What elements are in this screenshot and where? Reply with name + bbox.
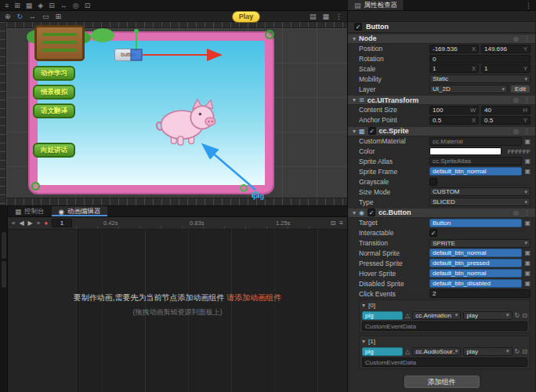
tab-console[interactable]: ▦ 控制台 <box>8 206 52 216</box>
transform-gizmo[interactable] <box>6 28 348 198</box>
layout-icon[interactable]: ⊞ <box>14 0 20 11</box>
collapse-icon[interactable]: ⊟ <box>49 0 55 11</box>
sprite-atlas-field[interactable]: cc.SpriteAtlas <box>429 157 522 165</box>
collapse-icon[interactable]: ▾ <box>362 338 365 345</box>
play-button[interactable]: Play <box>232 11 260 23</box>
first-frame-icon[interactable]: « <box>12 220 15 227</box>
select-tool-icon[interactable]: ⊕ <box>5 13 11 20</box>
refresh-icon[interactable]: ↻ <box>515 312 520 319</box>
collapse-icon[interactable]: ▾ <box>353 96 356 103</box>
move-tool-icon[interactable]: ↔ <box>60 0 67 11</box>
more-options-icon[interactable]: ⋮ <box>521 0 536 10</box>
view-mode-icon[interactable]: ▤ <box>310 13 317 20</box>
scene-menu-icon[interactable]: ⋮ <box>335 13 342 20</box>
mobility-select[interactable]: Static▾ <box>429 74 531 83</box>
sprite-enabled-checkbox[interactable]: ✓ <box>368 127 376 135</box>
timeline-area[interactable]: 要制作动画,需要先为当前节点添加动画组件 请添加动画组件 (拖拽动画剪辑资源到面… <box>8 230 347 392</box>
pressed-sprite-field[interactable]: default_btn_pressed <box>429 259 522 267</box>
asset-picker-icon[interactable]: ▣ <box>524 168 531 175</box>
event-target-node-field[interactable]: pig <box>362 311 403 320</box>
asset-picker-icon[interactable]: ▣ <box>524 138 531 145</box>
button-enabled-checkbox[interactable]: ✓ <box>368 209 375 216</box>
event-component-select[interactable]: cc.Animation▾ <box>412 311 461 320</box>
refresh-icon[interactable]: ↻ <box>515 348 520 355</box>
grid-toggle-icon[interactable]: ▦ <box>322 13 329 20</box>
sprite-frame-field[interactable]: default_btn_normal <box>429 167 522 176</box>
collapsed-panel-tab[interactable] <box>2 232 6 259</box>
disabled-sprite-field[interactable]: default_btn_disabled <box>429 279 522 288</box>
event-options-icon[interactable]: ⊡ <box>522 312 527 319</box>
asset-picker-icon[interactable]: ▣ <box>524 280 531 287</box>
add-component-button[interactable]: 添加组件 <box>404 376 480 388</box>
play-animation-icon[interactable]: ▶ <box>28 220 33 227</box>
type-select[interactable]: SLICED▾ <box>429 198 531 206</box>
event-handler-select[interactable]: play▾ <box>463 311 512 320</box>
layer-edit-button[interactable]: Edit <box>510 85 531 93</box>
current-frame-input[interactable]: 1 <box>52 219 72 227</box>
gizmo-icon[interactable]: ◈ <box>38 0 43 11</box>
asset-picker-icon[interactable]: ▣ <box>524 270 531 277</box>
position-x-input[interactable]: -169.536X <box>429 45 479 53</box>
anchor-y-input[interactable]: 0.5Y <box>481 116 531 125</box>
add-animation-component-link[interactable]: 请添加动画组件 <box>226 293 281 302</box>
collapsed-panel-tab[interactable] <box>2 261 6 288</box>
click-events-count-input[interactable]: 2 <box>429 289 531 298</box>
section-menu-icon[interactable]: ⋮ <box>523 128 531 135</box>
menu-icon[interactable]: ≡ <box>5 0 9 11</box>
record-icon[interactable]: ● <box>44 220 48 227</box>
y-axis-gizmo-handle[interactable] <box>134 29 139 34</box>
content-size-h-input[interactable]: 40H <box>481 106 531 114</box>
scene-canvas[interactable]: 动作学习 情景模拟 语文翻译 向娃讲话 Play <box>6 28 347 198</box>
event-component-select[interactable]: cc.AudioSour...▾ <box>412 347 461 356</box>
hover-sprite-field[interactable]: default_btn_normal <box>429 269 522 278</box>
rotate-tool-icon[interactable]: ↻ <box>17 13 24 20</box>
target-field[interactable]: Button <box>429 219 522 227</box>
frame-icon[interactable]: ⊡ <box>85 0 91 11</box>
move-tool-icon[interactable]: ↔ <box>29 13 36 20</box>
layer-select[interactable]: UI_2D▾ <box>429 85 508 93</box>
node-active-checkbox[interactable]: ✓ <box>354 23 362 31</box>
custom-event-data-input[interactable]: CustomEventData <box>362 358 527 367</box>
help-icon[interactable]: ◎ <box>512 96 520 103</box>
rect-tool-icon[interactable]: ▭ <box>42 13 49 20</box>
section-menu-icon[interactable]: ⋮ <box>523 209 531 216</box>
help-icon[interactable]: ◎ <box>512 35 520 42</box>
move-gizmo-center[interactable] <box>131 49 142 60</box>
timeline-menu-icon[interactable]: ≡ <box>339 220 343 227</box>
interactable-checkbox[interactable]: ✓ <box>429 229 437 237</box>
asset-picker-icon[interactable]: ▣ <box>524 249 531 256</box>
grayscale-checkbox[interactable] <box>429 178 437 186</box>
tab-animation-editor[interactable]: ◉ 动画编辑器 <box>52 206 108 216</box>
asset-picker-icon[interactable]: ▣ <box>524 158 531 165</box>
section-menu-icon[interactable]: ⋮ <box>523 35 531 42</box>
collapse-icon[interactable]: ▾ <box>353 128 356 135</box>
tab-inspector[interactable]: ▤ 属性检查器 <box>348 0 404 10</box>
size-mode-select[interactable]: CUSTOM▾ <box>429 187 531 196</box>
collapse-icon[interactable]: ▾ <box>362 302 365 309</box>
help-icon[interactable]: ◎ <box>512 209 520 216</box>
prev-frame-icon[interactable]: ◀ <box>19 220 24 227</box>
color-swatch[interactable] <box>429 147 502 155</box>
scale-y-input[interactable]: 1Y <box>481 64 531 73</box>
collapse-icon[interactable]: ▾ <box>353 209 356 216</box>
custom-event-data-input[interactable]: CustomEventData <box>362 321 527 331</box>
grid-icon[interactable]: ▦ <box>26 0 33 11</box>
position-y-input[interactable]: 149.696Y <box>481 45 531 53</box>
next-frame-icon[interactable]: » <box>37 220 40 227</box>
normal-sprite-field[interactable]: default_btn_normal <box>429 249 522 257</box>
help-icon[interactable]: ◎ <box>512 128 520 135</box>
event-target-node-field[interactable]: pig <box>362 347 403 356</box>
anchor-tool-icon[interactable]: ⊞ <box>56 13 62 20</box>
scale-x-input[interactable]: 1X <box>429 64 479 73</box>
anchor-x-input[interactable]: 0.5X <box>429 116 479 125</box>
timeline-settings-icon[interactable]: ⊡ <box>331 220 336 227</box>
content-size-w-input[interactable]: 100W <box>429 106 479 114</box>
transition-select[interactable]: SPRITE▾ <box>429 239 531 248</box>
anchor-handle-green[interactable] <box>241 185 247 191</box>
timeline-ruler[interactable]: 0.42s 0.83s 1.25s <box>76 217 327 229</box>
rotation-input[interactable]: 0 <box>429 55 531 64</box>
asset-picker-icon[interactable]: ▣ <box>524 260 531 267</box>
node-picker-icon[interactable]: ▣ <box>524 220 531 227</box>
event-options-icon[interactable]: ⊡ <box>522 348 527 355</box>
event-handler-select[interactable]: play▾ <box>463 347 512 356</box>
